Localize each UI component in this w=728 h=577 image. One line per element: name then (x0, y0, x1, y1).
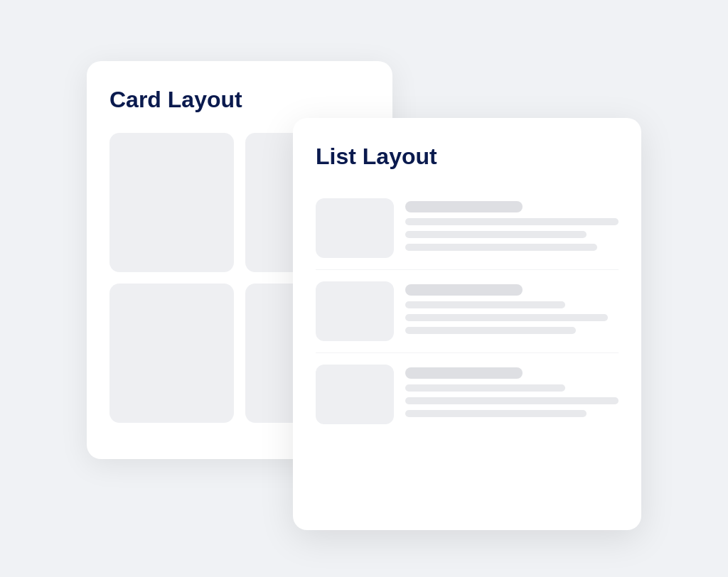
list-thumb-2 (316, 281, 394, 341)
list-thumb-3 (316, 365, 394, 424)
list-layout-title: List Layout (316, 144, 619, 170)
list-item-row (316, 270, 619, 353)
list-text-line (405, 301, 565, 308)
card-placeholder-1 (109, 133, 234, 272)
scene: Card Layout List Layout (87, 61, 641, 516)
card-layout-title: Card Layout (109, 87, 370, 113)
list-text-line (405, 410, 587, 417)
list-thumb-1 (316, 198, 394, 258)
list-text-line (405, 218, 619, 225)
list-text-line (405, 397, 619, 404)
list-text-block-1 (405, 198, 619, 251)
card-placeholder-3 (109, 284, 234, 423)
list-text-line (405, 327, 576, 334)
list-text-line (405, 231, 587, 238)
list-layout-card: List Layout (293, 118, 641, 530)
list-item-row (316, 187, 619, 270)
list-text-block-3 (405, 365, 619, 417)
list-text-title-3 (405, 367, 523, 379)
list-text-title-2 (405, 284, 523, 296)
list-text-block-2 (405, 281, 619, 334)
list-text-line (405, 244, 597, 251)
list-item-row (316, 353, 619, 436)
list-items-container (316, 187, 619, 436)
list-text-title-1 (405, 201, 523, 212)
list-text-line (405, 314, 608, 321)
list-text-line (405, 384, 565, 392)
